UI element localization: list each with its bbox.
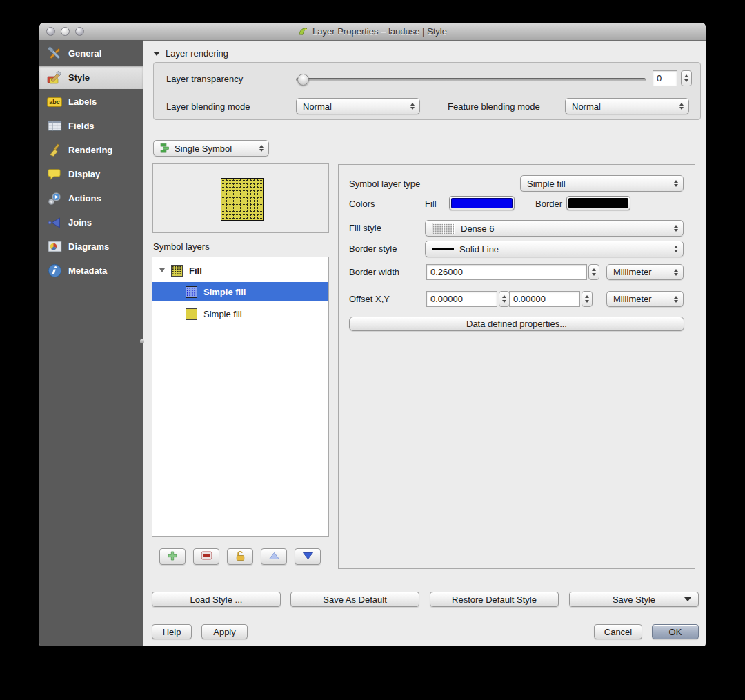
sidebar-item-label: General [68, 48, 101, 59]
layer-rendering-header[interactable]: Layer rendering [153, 48, 228, 59]
arrow-up-icon [268, 552, 280, 562]
properties-sidebar: General Style abc Labels Fields Renderin… [39, 40, 143, 646]
data-defined-properties-button[interactable]: Data defined properties... [349, 317, 684, 331]
layer-blending-select[interactable]: Normal [296, 98, 420, 114]
tree-row-simple-fill-selected[interactable]: Simple fill [152, 282, 328, 301]
window-title: Layer Properties – landuse | Style [312, 26, 447, 37]
tree-item-label: Simple fill [203, 287, 246, 297]
border-width-field[interactable]: 0.26000 [426, 264, 587, 280]
symbol-preview-swatch [221, 178, 264, 221]
sidebar-item-label: Rendering [68, 145, 112, 155]
border-color-chip [568, 198, 628, 208]
symbol-layer-type-select[interactable]: Simple fill [520, 175, 684, 192]
sidebar-item-display[interactable]: Display [39, 163, 143, 186]
menu-arrow-icon [684, 597, 691, 601]
fill-style-label: Fill style [349, 223, 381, 233]
zoom-window-button[interactable] [75, 27, 84, 36]
offset-y-stepper[interactable] [582, 291, 593, 307]
feature-blending-select[interactable]: Normal [565, 98, 689, 114]
tree-row-simple-fill[interactable]: Simple fill [152, 304, 328, 323]
fill-style-select[interactable]: Dense 6 [425, 220, 684, 237]
expand-triangle-icon[interactable] [159, 268, 165, 272]
sidebar-item-label: Metadata [68, 266, 107, 276]
window-controls [46, 27, 84, 36]
minus-icon [201, 551, 212, 562]
cancel-button[interactable]: Cancel [594, 624, 642, 639]
splitter-handle[interactable] [140, 338, 146, 345]
offset-unit-select[interactable]: Millimeter [606, 291, 684, 307]
sidebar-item-actions[interactable]: Actions [39, 187, 143, 210]
tree-row-fill[interactable]: Fill [152, 261, 328, 280]
lock-color-button[interactable] [227, 548, 253, 565]
style-icon [47, 70, 62, 86]
rendering-icon [47, 143, 62, 158]
sidebar-item-metadata[interactable]: Metadata [39, 259, 143, 282]
save-style-menu-button[interactable]: Save Style [569, 592, 699, 607]
layer-transparency-slider[interactable] [296, 78, 646, 81]
border-color-button[interactable] [566, 196, 630, 210]
minimize-window-button[interactable] [61, 27, 70, 36]
sidebar-item-rendering[interactable]: Rendering [39, 139, 143, 161]
sidebar-item-diagrams[interactable]: Diagrams [39, 235, 143, 258]
fill-color-chip [451, 198, 513, 208]
collapse-triangle-icon [153, 52, 160, 56]
simple-fill-blue-swatch [186, 286, 197, 298]
sidebar-item-fields[interactable]: Fields [39, 114, 143, 137]
labels-icon: abc [47, 94, 62, 110]
chevron-updown-icon [674, 246, 678, 252]
fill-symbol-swatch [171, 265, 183, 277]
simple-fill-yellow-swatch [186, 308, 197, 320]
restore-default-style-button[interactable]: Restore Default Style [430, 592, 559, 607]
offset-x-field[interactable]: 0.00000 [426, 291, 497, 307]
sidebar-item-general[interactable]: General [39, 42, 143, 65]
layer-properties-dialog: Layer Properties – landuse | Style Gener… [39, 23, 706, 646]
offset-y-field[interactable]: 0.00000 [509, 291, 580, 307]
symbol-layer-type-label: Symbol layer type [349, 179, 420, 189]
offset-x-stepper[interactable] [499, 291, 510, 307]
qgis-app-icon [298, 26, 308, 37]
sidebar-item-labels[interactable]: abc Labels [39, 90, 143, 113]
border-width-stepper[interactable] [588, 264, 599, 280]
sidebar-item-label: Fields [68, 121, 95, 131]
symbol-layers-label: Symbol layers [153, 241, 210, 252]
layer-blending-label: Layer blending mode [166, 101, 250, 112]
fields-icon [47, 119, 62, 134]
sidebar-item-label: Diagrams [68, 241, 109, 252]
help-button[interactable]: Help [152, 624, 192, 639]
metadata-icon [47, 263, 62, 279]
colors-label: Colors [349, 199, 375, 209]
fill-color-button[interactable] [449, 196, 515, 210]
chevron-updown-icon [259, 145, 264, 152]
sidebar-item-label: Actions [68, 193, 101, 203]
transparency-stepper[interactable] [681, 70, 692, 86]
load-style-button[interactable]: Load Style ... [152, 592, 281, 607]
chevron-updown-icon [674, 180, 678, 187]
save-as-default-button[interactable]: Save As Default [290, 592, 419, 607]
move-layer-down-button[interactable] [295, 548, 321, 565]
title-bar[interactable]: Layer Properties – landuse | Style [39, 23, 706, 41]
symbol-layer-properties-panel: Symbol layer type Simple fill Colors Fil… [338, 164, 695, 569]
ok-button[interactable]: OK [652, 624, 699, 639]
border-style-select[interactable]: Solid Line [425, 241, 684, 257]
chevron-updown-icon [674, 296, 678, 303]
close-window-button[interactable] [46, 27, 55, 36]
dense-pattern-preview [432, 223, 455, 234]
renderer-select[interactable]: Single Symbol [153, 140, 269, 157]
apply-button[interactable]: Apply [201, 624, 248, 639]
remove-symbol-layer-button[interactable] [193, 548, 219, 565]
general-icon [47, 46, 62, 61]
actions-icon [47, 191, 62, 206]
add-symbol-layer-button[interactable] [159, 548, 186, 565]
single-symbol-icon [160, 143, 170, 153]
border-width-unit-select[interactable]: Millimeter [606, 264, 684, 280]
layer-rendering-group: Layer transparency 0 Layer blending mode… [153, 62, 701, 120]
border-style-label: Border style [349, 243, 397, 254]
slider-handle[interactable] [297, 74, 309, 86]
sidebar-item-style[interactable]: Style [39, 66, 143, 89]
transparency-value-field[interactable]: 0 [653, 70, 677, 86]
diagrams-icon [47, 239, 62, 254]
sidebar-item-joins[interactable]: Joins [39, 211, 143, 234]
arrow-down-icon [302, 552, 314, 562]
move-layer-up-button[interactable] [261, 548, 287, 565]
plus-icon [168, 551, 177, 563]
